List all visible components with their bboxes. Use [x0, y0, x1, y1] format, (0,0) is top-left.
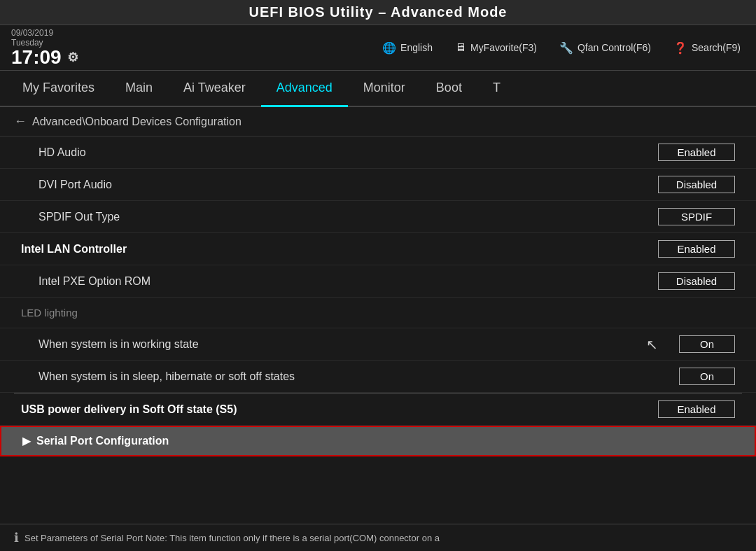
dvi-port-audio-label: DVI Port Audio — [38, 179, 112, 191]
search-button[interactable]: ❓ Search(F9) — [669, 40, 745, 56]
setting-serial-port[interactable]: ▶Serial Port Configuration — [0, 426, 756, 456]
gear-icon[interactable]: ⚙ — [67, 51, 78, 64]
nav-advanced[interactable]: Advanced — [261, 71, 348, 107]
setting-led-sleep[interactable]: When system is in sleep, hibernate or so… — [0, 361, 756, 393]
datetime-block: 09/03/2019 Tuesday 17:09 ⚙ — [11, 28, 78, 67]
breadcrumb-path: Advanced\Onboard Devices Configuration — [32, 116, 241, 128]
spdif-out-type-label: SPDIF Out Type — [38, 211, 120, 223]
intel-pxe-value[interactable]: Disabled — [658, 272, 735, 290]
date-line1: 09/03/2019 — [11, 28, 53, 38]
intel-pxe-label: Intel PXE Option ROM — [38, 275, 150, 288]
setting-usb-power[interactable]: USB power delivery in Soft Off state (S5… — [0, 393, 756, 426]
led-working-label: When system is in working state — [38, 338, 199, 351]
intel-lan-label: Intel LAN Controller — [21, 243, 127, 256]
globe-icon: 🌐 — [382, 41, 396, 55]
search-icon: ❓ — [673, 41, 687, 55]
nav-bar: My Favorites Main Ai Tweaker Advanced Mo… — [0, 71, 756, 107]
setting-intel-lan[interactable]: Intel LAN Controller Enabled — [0, 233, 756, 265]
settings-content: HD Audio Enabled DVI Port Audio Disabled… — [0, 137, 756, 456]
title-text: UEFI BIOS Utility – Advanced Mode — [249, 4, 507, 20]
led-lighting-section: LED lighting — [0, 298, 756, 328]
qfan-label: Qfan Control(F6) — [578, 42, 651, 53]
nav-ai-tweaker[interactable]: Ai Tweaker — [168, 71, 261, 107]
breadcrumb: ← Advanced\Onboard Devices Configuration — [0, 107, 756, 137]
title-bar: UEFI BIOS Utility – Advanced Mode — [0, 0, 756, 25]
dvi-port-audio-value[interactable]: Disabled — [658, 176, 735, 193]
led-sleep-label: When system is in sleep, hibernate or so… — [38, 370, 295, 383]
nav-my-favorites[interactable]: My Favorites — [7, 71, 110, 107]
qfan-button[interactable]: 🔧 Qfan Control(F6) — [555, 40, 655, 56]
hd-audio-label: HD Audio — [38, 146, 86, 159]
setting-intel-pxe[interactable]: Intel PXE Option ROM Disabled — [0, 265, 756, 298]
cursor-icon: ↖ — [646, 336, 658, 353]
setting-led-working[interactable]: When system is in working state ↖ On — [0, 328, 756, 361]
status-bar: ℹ Set Parameters of Serial Port Note: Th… — [0, 524, 756, 551]
info-bar-items: 🌐 English 🖥 MyFavorite(F3) 🔧 Qfan Contro… — [91, 40, 745, 56]
chevron-right-icon: ▶ — [22, 435, 31, 447]
info-bar: 09/03/2019 Tuesday 17:09 ⚙ 🌐 English 🖥 M… — [0, 25, 756, 71]
led-lighting-label: LED lighting — [21, 307, 78, 319]
time-display: 17:09 ⚙ — [11, 48, 78, 67]
nav-main[interactable]: Main — [110, 71, 168, 107]
info-icon: ℹ — [14, 530, 19, 545]
nav-tool[interactable]: T — [477, 71, 516, 107]
qfan-icon: 🔧 — [559, 41, 573, 55]
usb-power-label: USB power delivery in Soft Off state (S5… — [21, 403, 237, 416]
search-label: Search(F9) — [692, 42, 741, 53]
myfavorite-button[interactable]: 🖥 MyFavorite(F3) — [451, 40, 541, 55]
setting-hd-audio[interactable]: HD Audio Enabled — [0, 137, 756, 169]
setting-spdif-out-type[interactable]: SPDIF Out Type SPDIF — [0, 201, 756, 233]
setting-dvi-port-audio[interactable]: DVI Port Audio Disabled — [0, 169, 756, 201]
led-working-value[interactable]: On — [679, 335, 735, 353]
nav-monitor[interactable]: Monitor — [348, 71, 421, 107]
intel-lan-value[interactable]: Enabled — [658, 240, 735, 258]
led-sleep-value[interactable]: On — [679, 368, 735, 385]
status-text: Set Parameters of Serial Port Note: This… — [24, 533, 440, 543]
spdif-out-type-value[interactable]: SPDIF — [658, 208, 735, 225]
myfavorite-label: MyFavorite(F3) — [470, 42, 537, 53]
hd-audio-value[interactable]: Enabled — [658, 144, 735, 161]
nav-boot[interactable]: Boot — [421, 71, 477, 107]
myfavorite-icon: 🖥 — [455, 41, 466, 54]
back-arrow-icon[interactable]: ← — [14, 114, 27, 129]
usb-power-value[interactable]: Enabled — [658, 400, 735, 418]
serial-port-label: ▶Serial Port Configuration — [22, 435, 169, 447]
language-selector[interactable]: 🌐 English — [378, 40, 437, 56]
time-value: 17:09 — [11, 48, 62, 67]
language-label: English — [400, 42, 433, 53]
